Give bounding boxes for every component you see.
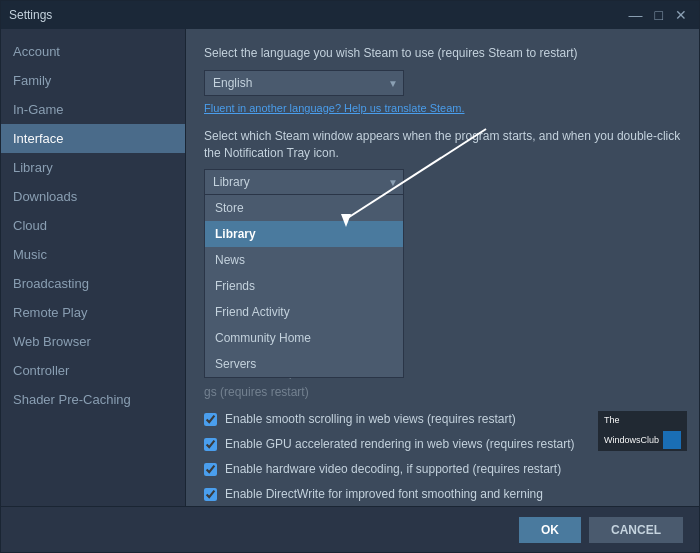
window-title: Settings [9,8,52,22]
sidebar-item-music[interactable]: Music [1,240,185,269]
language-select-wrapper: English ▼ [204,70,404,96]
startup-select-container: Library ▼ Store Library News Friends Fri… [204,169,681,195]
startup-label: Select which Steam window appears when t… [204,128,681,162]
sidebar-item-interface[interactable]: Interface [1,124,185,153]
main-panel: Select the language you wish Steam to us… [186,29,699,506]
sidebar-item-in-game[interactable]: In-Game [1,95,185,124]
dropdown-item-store[interactable]: Store [205,195,403,221]
checkbox-gpu-accel[interactable] [204,438,217,451]
dropdown-item-news[interactable]: News [205,247,403,273]
checkbox-label-gpu-accel: Enable GPU accelerated rendering in web … [225,436,575,453]
close-button[interactable]: ✕ [671,7,691,23]
sidebar-item-cloud[interactable]: Cloud [1,211,185,240]
checkbox-directwrite[interactable] [204,488,217,501]
dropdown-item-library[interactable]: Library [205,221,403,247]
checkbox-row-gpu-accel: Enable GPU accelerated rendering in web … [204,436,681,453]
sidebar: Account Family In-Game Interface Library… [1,29,186,506]
sidebar-item-controller[interactable]: Controller [1,356,185,385]
sidebar-item-downloads[interactable]: Downloads [1,182,185,211]
startup-select-wrapper: Library ▼ [204,169,404,195]
minimize-button[interactable]: — [625,7,647,23]
dropdown-item-friend-activity[interactable]: Friend Activity [205,299,403,325]
startup-dropdown-open: Store Library News Friends Friend Activi… [204,194,404,378]
checkbox-row-directwrite: Enable DirectWrite for improved font smo… [204,486,681,503]
partial-label-2: gs (requires restart) [204,385,681,399]
checkbox-label-hw-video: Enable hardware video decoding, if suppo… [225,461,561,478]
checkbox-row-hw-video: Enable hardware video decoding, if suppo… [204,461,681,478]
sidebar-item-remote-play[interactable]: Remote Play [1,298,185,327]
sidebar-item-account[interactable]: Account [1,37,185,66]
sidebar-item-broadcasting[interactable]: Broadcasting [1,269,185,298]
checkbox-label-directwrite: Enable DirectWrite for improved font smo… [225,486,543,503]
sidebar-item-library[interactable]: Library [1,153,185,182]
translate-link[interactable]: Fluent in another language? Help us tran… [204,102,681,114]
dropdown-item-servers[interactable]: Servers [205,351,403,377]
maximize-button[interactable]: □ [651,7,667,23]
settings-window: Settings — □ ✕ Account Family In-Game In… [0,0,700,553]
dropdown-item-friends[interactable]: Friends [205,273,403,299]
language-label: Select the language you wish Steam to us… [204,45,681,62]
checkbox-label-smooth-scroll: Enable smooth scrolling in web views (re… [225,411,516,428]
checkbox-smooth-scroll[interactable] [204,413,217,426]
language-select[interactable]: English [204,70,404,96]
sidebar-item-web-browser[interactable]: Web Browser [1,327,185,356]
window-controls: — □ ✕ [625,7,691,23]
checkbox-hw-video[interactable] [204,463,217,476]
dropdown-item-community-home[interactable]: Community Home [205,325,403,351]
checkbox-row-smooth-scroll: Enable smooth scrolling in web views (re… [204,411,681,428]
ok-button[interactable]: OK [519,517,581,543]
footer: OK CANCEL [1,506,699,552]
content-area: Account Family In-Game Interface Library… [1,29,699,506]
sidebar-item-family[interactable]: Family [1,66,185,95]
titlebar: Settings — □ ✕ [1,1,699,29]
cancel-button[interactable]: CANCEL [589,517,683,543]
startup-select[interactable]: Library [204,169,404,195]
sidebar-item-shader-pre-caching[interactable]: Shader Pre-Caching [1,385,185,414]
